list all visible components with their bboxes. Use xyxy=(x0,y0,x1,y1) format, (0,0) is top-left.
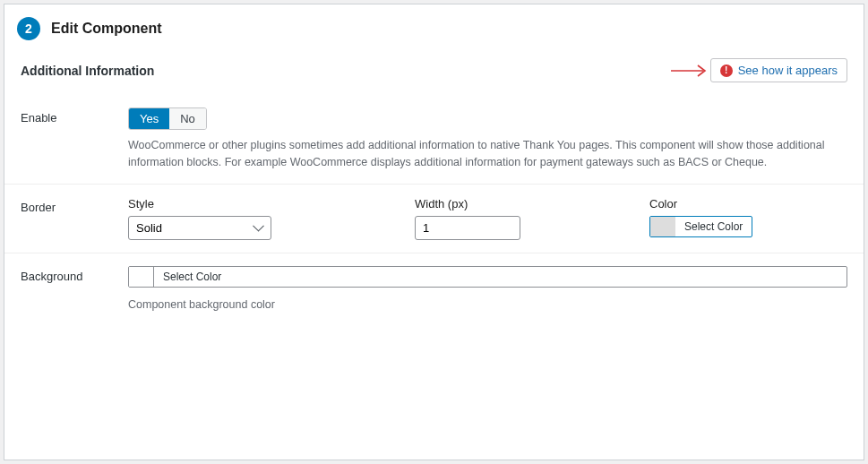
background-color-picker-label: Select Color xyxy=(154,267,230,287)
border-width-group: Width (px) xyxy=(415,197,614,240)
panel-header: 2 Edit Component xyxy=(4,4,864,53)
background-help-text: Component background color xyxy=(128,296,847,314)
enable-no-button[interactable]: No xyxy=(169,108,206,129)
border-label: Border xyxy=(21,197,128,240)
alert-icon: ! xyxy=(720,64,733,77)
border-color-group: Color Select Color xyxy=(649,197,752,240)
enable-label: Enable xyxy=(21,107,128,171)
enable-help-text: WooCommerce or other plugins sometimes a… xyxy=(128,137,847,171)
edit-component-panel: 2 Edit Component Additional Information … xyxy=(4,4,864,460)
step-badge: 2 xyxy=(17,17,40,40)
form-area: Enable Yes No WooCommerce or other plugi… xyxy=(4,91,864,325)
border-style-label: Style xyxy=(128,197,379,211)
background-color-picker[interactable]: Select Color xyxy=(128,266,847,288)
arrow-right-icon xyxy=(671,64,707,77)
section-title: Additional Information xyxy=(21,64,154,78)
see-how-it-appears-label: See how it appears xyxy=(738,64,838,77)
background-label: Background xyxy=(21,266,128,314)
border-style-group: Style Solid xyxy=(128,197,379,240)
border-color-picker-label: Select Color xyxy=(675,217,752,236)
border-width-label: Width (px) xyxy=(415,197,614,211)
background-color-swatch xyxy=(129,267,154,287)
border-style-select[interactable]: Solid xyxy=(128,216,271,240)
border-width-input[interactable] xyxy=(415,216,520,240)
panel-title: Edit Component xyxy=(51,21,162,37)
row-border: Border Style Solid Width (px) xyxy=(4,184,864,253)
border-color-label: Color xyxy=(649,197,752,211)
enable-yes-button[interactable]: Yes xyxy=(129,108,169,129)
section-header: Additional Information ! See how it appe… xyxy=(4,53,864,91)
border-color-picker[interactable]: Select Color xyxy=(649,216,752,237)
row-enable: Enable Yes No WooCommerce or other plugi… xyxy=(4,95,864,184)
enable-toggle: Yes No xyxy=(128,107,207,130)
border-style-select-wrap: Solid xyxy=(128,216,271,240)
border-color-swatch xyxy=(650,217,675,236)
see-how-it-appears-button[interactable]: ! See how it appears xyxy=(710,58,847,82)
row-background: Background Select Color Component backgr… xyxy=(4,253,864,326)
